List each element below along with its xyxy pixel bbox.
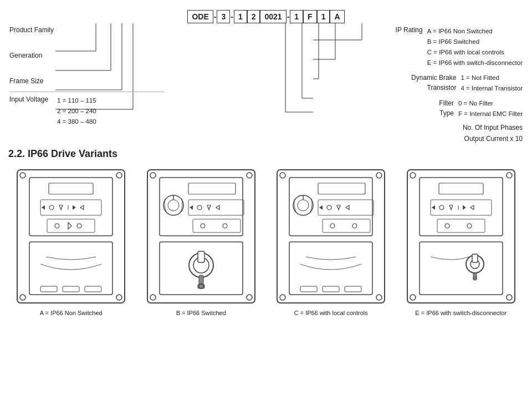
variant-b: B = IP66 Switched	[139, 165, 264, 316]
product-family-label: Product Family	[9, 26, 54, 34]
variant-e: E = IP66 with switch-disconnector	[398, 165, 524, 316]
output-current-row: Output Current x 10	[284, 135, 523, 143]
section-title: 2.2. IP66 Drive Variants	[8, 148, 524, 160]
input-phases-label: No. Of Input Phases	[463, 124, 523, 131]
dynamic-brake-values: 1 = Not Fitted 4 = Internal Transistor	[461, 73, 523, 94]
code-1c: 1	[317, 10, 330, 23]
svg-rect-107	[472, 254, 478, 262]
svg-rect-85	[323, 286, 339, 292]
variant-c-label: C = IP66 with local controls	[294, 310, 368, 316]
svg-rect-24	[49, 183, 93, 194]
variant-a-drawing	[13, 165, 129, 307]
variant-b-drawing	[143, 165, 259, 307]
generation-label: Generation	[9, 52, 42, 59]
svg-rect-108	[473, 273, 477, 280]
left-annotations: Product Family Generation Frame Size Inp…	[9, 26, 165, 127]
variant-a: A = IP66 Non Switched	[8, 165, 134, 316]
code-3: 3	[217, 10, 230, 23]
filter-type-row: FilterType 0 = No Filter F = Internal EM…	[284, 98, 523, 119]
variant-e-label: E = IP66 with switch-disconnector	[415, 310, 507, 316]
dynamic-brake-row: Dynamic BrakeTransistor 1 = Not Fitted 4…	[284, 73, 523, 94]
section-heading: 2.2. IP66 Drive Variants	[8, 148, 524, 160]
variant-c-drawing	[273, 165, 389, 307]
frame-size-label: Frame Size	[9, 77, 43, 85]
input-voltage-row: Input Voltage 1 = 110 – 115 2 = 200 – 24…	[9, 95, 165, 127]
svg-rect-38	[63, 286, 79, 292]
ip-rating-row: IP Rating A = IP66 Non Switched B = IP66…	[284, 26, 523, 68]
code-1b: 1	[290, 10, 303, 23]
svg-rect-104	[420, 242, 503, 295]
svg-rect-74	[318, 183, 365, 194]
part-number-section: ODE - 3 - 1 2 0021 - 1 F 1 A	[8, 6, 524, 143]
code-1a: 1	[234, 10, 247, 23]
product-family-row: Product Family	[9, 26, 165, 34]
variants-section: A = IP66 Non Switched	[8, 165, 524, 316]
code-0021: 0021	[260, 10, 286, 23]
annotations-area: Product Family Generation Frame Size Inp…	[8, 23, 524, 143]
input-voltage-label: Input Voltage	[9, 95, 48, 127]
svg-rect-86	[345, 286, 361, 292]
right-annotations: IP Rating A = IP66 Non Switched B = IP66…	[284, 26, 523, 143]
part-number-code-row: ODE - 3 - 1 2 0021 - 1 F 1 A	[8, 6, 524, 23]
variant-c: C = IP66 with local controls	[268, 165, 394, 316]
variant-e-drawing	[403, 165, 519, 307]
svg-rect-37	[40, 286, 57, 292]
dynamic-brake-label: Dynamic BrakeTransistor	[411, 73, 456, 94]
generation-row: Generation	[9, 52, 165, 59]
code-a: A	[330, 10, 344, 23]
svg-rect-93	[439, 183, 483, 194]
filter-type-values: 0 = No Filter F = Internal EMC Filter	[458, 98, 523, 119]
output-current-label: Output Current x 10	[464, 135, 523, 143]
ip-rating-values: A = IP66 Non Switched B = IP66 Switched …	[427, 26, 523, 68]
filter-type-label: FilterType	[439, 98, 454, 119]
ip-rating-label: IP Rating	[396, 26, 423, 68]
variant-b-label: B = IP66 Switched	[176, 310, 226, 316]
svg-rect-62	[199, 275, 203, 284]
variant-a-label: A = IP66 Non Switched	[40, 310, 103, 316]
svg-rect-39	[85, 286, 101, 292]
frame-size-row: Frame Size	[9, 77, 165, 85]
input-voltage-values: 1 = 110 – 115 2 = 200 – 240 4 = 380 – 48…	[57, 95, 96, 127]
svg-rect-49	[188, 183, 236, 194]
code-f: F	[303, 10, 317, 23]
code-2: 2	[247, 10, 260, 23]
svg-rect-61	[198, 251, 204, 262]
svg-rect-84	[300, 286, 317, 292]
code-ode: ODE	[187, 10, 213, 23]
input-phases-row: No. Of Input Phases	[284, 124, 523, 131]
